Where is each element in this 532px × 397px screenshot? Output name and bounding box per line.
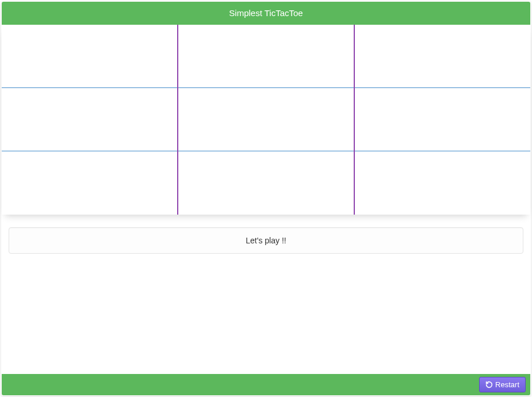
- restart-label: Restart: [495, 380, 519, 389]
- status-message: Let's play !!: [9, 227, 523, 254]
- cell-0-1[interactable]: [178, 25, 354, 88]
- footer: Restart: [2, 374, 530, 395]
- cell-2-2[interactable]: [354, 151, 530, 215]
- page-title: Simplest TicTacToe: [2, 2, 530, 25]
- game-panel: Simplest TicTacToe Let's play !!: [1, 1, 531, 396]
- refresh-icon: [485, 381, 493, 388]
- tictactoe-board: [2, 25, 530, 215]
- cell-2-1[interactable]: [178, 151, 354, 215]
- cell-0-2[interactable]: [354, 25, 530, 88]
- cell-2-0[interactable]: [2, 151, 178, 215]
- status-text: Let's play !!: [246, 236, 286, 245]
- cell-0-0[interactable]: [2, 25, 178, 88]
- cell-1-2[interactable]: [354, 88, 530, 151]
- message-area: Let's play !!: [2, 215, 530, 261]
- board-area: [2, 25, 530, 215]
- cell-1-0[interactable]: [2, 88, 178, 151]
- title-text: Simplest TicTacToe: [229, 8, 303, 18]
- restart-button[interactable]: Restart: [479, 377, 526, 392]
- cell-1-1[interactable]: [178, 88, 354, 151]
